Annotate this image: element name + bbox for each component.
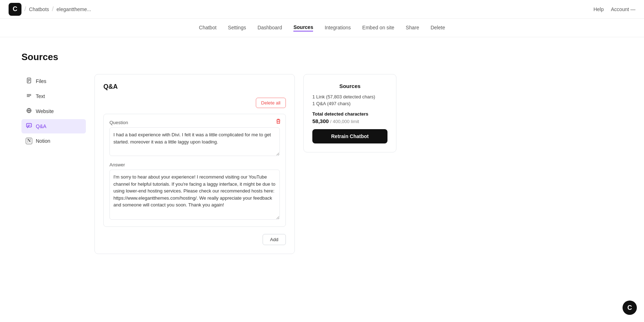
sidebar-item-files[interactable]: Files [21, 74, 86, 88]
total-count-row: 58,300 / 400,000 limit [312, 118, 387, 124]
text-icon [26, 93, 32, 100]
files-icon [26, 78, 32, 85]
help-link[interactable]: Help [594, 6, 604, 12]
sidebar-item-notion[interactable]: N Notion [21, 134, 86, 148]
question-textarea[interactable] [109, 127, 280, 156]
right-panel-title: Sources [312, 83, 387, 89]
website-icon [26, 108, 32, 115]
add-row: Add [103, 234, 286, 245]
qanda-count: 1 Q&A (497 chars) [312, 101, 387, 106]
nav-dashboard[interactable]: Dashboard [258, 25, 282, 31]
sources-sidebar: Files Text [21, 74, 86, 254]
notion-icon: N [26, 138, 32, 144]
nav-share[interactable]: Share [406, 25, 419, 31]
nav-delete[interactable]: Delete [430, 25, 445, 31]
page-title: Sources [21, 52, 623, 63]
nav-chatbot[interactable]: Chatbot [199, 25, 216, 31]
sidebar-label-notion: Notion [36, 138, 50, 144]
total-count: 58,300 [312, 118, 329, 124]
sidebar-item-website[interactable]: Website [21, 104, 86, 118]
logo: C [9, 3, 21, 16]
qa-panel-title: Q&A [103, 83, 286, 91]
sources-info: 1 Link (57,803 detected chars) 1 Q&A (49… [312, 94, 387, 106]
topbar: C / Chatbots / eleganttheme... Help Acco… [0, 0, 644, 19]
link-count: 1 Link (57,803 detected chars) [312, 94, 387, 99]
delete-all-row: Delete all [103, 98, 286, 108]
nav-integrations[interactable]: Integrations [325, 25, 351, 31]
nav-embed[interactable]: Embed on site [362, 25, 395, 31]
breadcrumb-eleganttheme[interactable]: eleganttheme... [57, 6, 91, 12]
nav-settings[interactable]: Settings [228, 25, 246, 31]
qa-main-panel: Q&A Delete all Question Answer [94, 74, 295, 254]
breadcrumb-chatbots[interactable]: Chatbots [29, 6, 49, 12]
answer-label: Answer [109, 162, 280, 167]
add-button[interactable]: Add [263, 234, 286, 245]
sources-right-panel: Sources 1 Link (57,803 detected chars) 1… [303, 74, 396, 152]
topbar-left: C / Chatbots / eleganttheme... [9, 3, 91, 16]
retrain-chatbot-button[interactable]: Retrain Chatbot [312, 129, 387, 143]
total-limit: / 400,000 limit [330, 119, 359, 124]
total-label: Total detected characters [312, 111, 387, 117]
sidebar-item-qanda[interactable]: Q&A [21, 119, 86, 133]
sidebar-label-text: Text [36, 93, 45, 99]
delete-all-button[interactable]: Delete all [256, 98, 286, 108]
content-area: Files Text [21, 74, 623, 254]
nav-sources[interactable]: Sources [293, 24, 313, 31]
total-section: Total detected characters 58,300 / 400,0… [312, 111, 387, 124]
topbar-right: Help Account — [594, 6, 635, 12]
sidebar-label-qanda: Q&A [36, 123, 47, 129]
main-nav: Chatbot Settings Dashboard Sources Integ… [0, 19, 644, 37]
answer-textarea[interactable] [109, 170, 280, 220]
qa-card: Question Answer [103, 114, 286, 227]
sidebar-label-website: Website [36, 108, 54, 114]
qa-item-delete-button[interactable] [275, 118, 281, 126]
page-content: Sources Files [0, 37, 644, 268]
question-label: Question [109, 120, 280, 125]
breadcrumb-sep1: / [24, 5, 26, 13]
qanda-icon [26, 123, 32, 130]
sidebar-label-files: Files [36, 78, 47, 84]
sidebar-item-text[interactable]: Text [21, 89, 86, 103]
account-menu[interactable]: Account — [611, 6, 635, 12]
breadcrumb-sep2: / [52, 5, 54, 13]
